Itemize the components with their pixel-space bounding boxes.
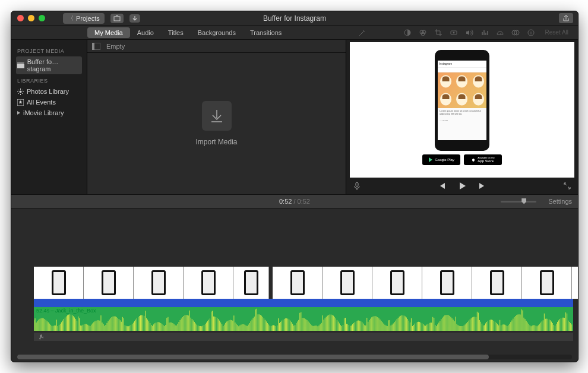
music-note-icon [37,334,43,340]
media-tab-row: My Media Audio Titles Backgrounds Transi… [11,26,578,40]
sidebar-item-label: Buffer fo…stagram [27,58,81,72]
traffic-lights [11,15,45,21]
video-clip[interactable] [134,267,184,299]
disclosure-triangle-icon [17,111,20,115]
tab-backgrounds[interactable]: Backgrounds [191,27,243,38]
tab-transitions[interactable]: Transitions [243,27,289,38]
phone-mockup: Instagram Lorem ipsum dolor sit amet con… [435,50,489,151]
audio-clip-label: 52.4s – Jack_in_the_Box [36,308,96,314]
volume-icon[interactable] [464,28,474,37]
video-clip[interactable] [522,267,572,299]
color-balance-icon[interactable] [403,28,412,37]
play-triangle-icon [428,157,433,162]
voiceover-button[interactable] [352,181,362,191]
video-clip[interactable] [323,267,372,299]
svg-rect-10 [17,64,24,68]
tab-my-media[interactable]: My Media [87,27,130,38]
projects-back-button[interactable]: 〈Projects [63,13,105,24]
sidebar-item-label: All Events [27,99,56,106]
preview-viewer: Instagram Lorem ipsum dolor sit amet con… [346,40,578,194]
video-clip[interactable] [34,267,84,299]
scrollbar-thumb[interactable] [17,355,489,359]
titlebar: 〈Projects Buffer for Instagram [11,11,578,26]
playback-controls [346,178,578,194]
media-browser: Empty Import Media [87,40,346,194]
flower-icon [17,88,24,95]
equalizer-icon[interactable] [480,28,489,37]
download-arrow-button[interactable] [129,14,140,23]
crop-icon[interactable] [434,28,443,37]
video-clip[interactable] [184,267,233,299]
clapperboard-icon [17,62,24,68]
tab-titles[interactable]: Titles [161,27,191,38]
sidebar-item-photos[interactable]: Photos Library [16,86,82,97]
video-connected-strip [34,299,573,307]
video-clip[interactable] [233,267,269,299]
settings-button[interactable]: Settings [548,198,572,205]
app-store-button[interactable]: Available on the App Store [464,154,502,165]
video-segment-2[interactable] [273,267,578,299]
video-clip[interactable] [84,267,134,299]
browser-body[interactable]: Import Media [87,53,346,194]
google-play-button[interactable]: Google Play [422,154,460,165]
stabilize-icon[interactable] [449,28,459,37]
music-well[interactable] [34,333,573,341]
sidebar-item-imovie-lib[interactable]: iMovie Library [16,108,82,118]
upper-pane: PROJECT MEDIA Buffer fo…stagram LIBRARIE… [11,40,578,194]
sidebar-heading-libraries: LIBRARIES [17,78,82,84]
sidebar-toggle-icon[interactable] [92,43,100,50]
sidebar-heading-project: PROJECT MEDIA [17,48,82,54]
close-window-button[interactable] [17,15,24,21]
fullscreen-button[interactable] [562,181,572,191]
download-arrow-icon [209,108,225,124]
browser-state-label: Empty [106,43,125,50]
preview-canvas[interactable]: Instagram Lorem ipsum dolor sit amet con… [350,42,574,178]
zoom-window-button[interactable] [39,15,45,21]
clip-filter-icon[interactable] [511,28,520,37]
reset-all-button[interactable]: Reset All [545,29,568,36]
ig-header: Instagram [438,61,486,68]
tab-audio[interactable]: Audio [130,27,161,38]
video-clip[interactable] [273,267,323,299]
svg-rect-15 [356,182,358,186]
sidebar-item-project[interactable]: Buffer fo…stagram [16,56,82,74]
app-window: 〈Projects Buffer for Instagram My Media … [11,11,578,362]
video-clip[interactable] [472,267,522,299]
total-time: 0:52 [298,198,310,205]
svg-point-6 [453,31,454,33]
sidebar: PROJECT MEDIA Buffer fo…stagram LIBRARIE… [11,40,87,194]
prev-button[interactable] [437,181,447,191]
zoom-slider[interactable] [501,201,536,203]
next-button[interactable] [478,181,487,191]
tabset: My Media Audio Titles Backgrounds Transi… [87,27,289,38]
import-media-label: Import Media [195,138,237,146]
video-clip[interactable] [422,267,472,299]
magic-wand-icon[interactable] [358,28,367,37]
svg-rect-14 [92,43,94,50]
share-button[interactable] [559,13,573,23]
import-media-button[interactable] [202,101,232,131]
browser-header: Empty [87,40,346,53]
sidebar-item-label: Photos Library [27,88,69,95]
store-buttons: Google Play Available on the App Store [422,154,502,165]
color-correct-icon[interactable] [418,28,428,37]
horizontal-scrollbar[interactable] [17,355,572,359]
audio-track[interactable]: 52.4s – Jack_in_the_Box [34,307,573,331]
star-box-icon [17,99,24,106]
speed-icon[interactable] [495,28,505,37]
video-segment-1[interactable] [34,267,269,299]
video-clip[interactable] [372,267,422,299]
sidebar-item-events[interactable]: All Events [16,97,82,108]
info-icon[interactable] [526,28,536,37]
minimize-window-button[interactable] [28,15,34,21]
waveform-icon [34,307,573,331]
video-track[interactable] [34,267,573,299]
svg-rect-0 [114,17,120,21]
video-clip[interactable] [572,267,578,299]
svg-point-11 [20,90,22,93]
media-import-button[interactable] [110,14,124,23]
current-time: 0:52 [279,198,292,205]
adjustment-toolbar: Reset All [358,28,578,37]
timeline[interactable]: 52.4s – Jack_in_the_Box [11,208,578,362]
play-button[interactable] [457,181,467,191]
